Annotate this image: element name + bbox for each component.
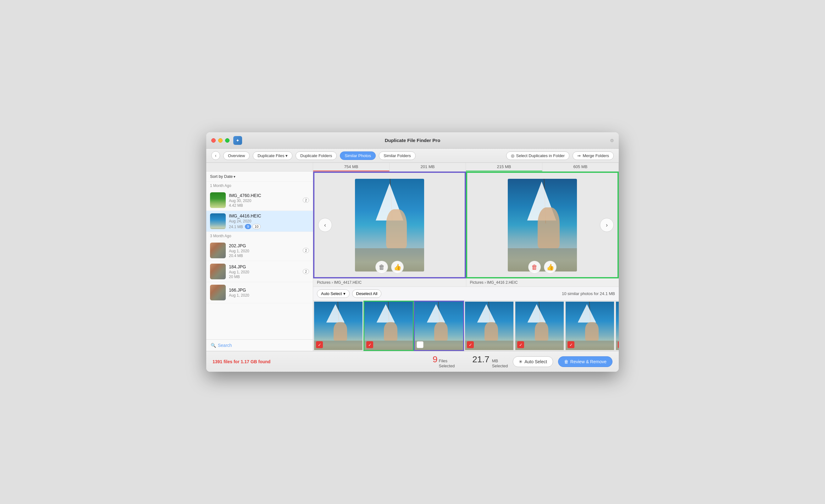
- file-number: 1391: [213, 359, 222, 364]
- thumbnail-item[interactable]: ✓: [615, 301, 619, 351]
- selected-count: 9: [433, 354, 438, 364]
- auto-select-button[interactable]: Auto Select ▾: [317, 289, 350, 298]
- list-item[interactable]: IMG_4760.HEIC Aug 30, 2020 4.42 MB 2: [206, 190, 313, 211]
- section-3-month: 3 Month Ago: [206, 232, 313, 240]
- size-col-1: 754 MB: [313, 163, 389, 171]
- prev-arrow[interactable]: ‹: [318, 218, 332, 232]
- thumb-checkbox[interactable]: ✓: [618, 341, 619, 348]
- left-photo-panel[interactable]: 🗑 👍: [313, 172, 466, 278]
- list-item[interactable]: 166.JPG Aug 1, 2020: [206, 282, 313, 303]
- thumbnail-item[interactable]: ✓: [313, 301, 364, 351]
- found-label: found: [258, 359, 271, 364]
- file-name: 184.JPG: [229, 264, 303, 269]
- thumbnail-item[interactable]: ✓: [364, 301, 414, 351]
- photo-compare-area: ‹: [313, 172, 619, 278]
- merge-icon: ⇒: [577, 153, 581, 158]
- size-col-4: 605 MB: [542, 163, 619, 171]
- files-selected-label: Files Selected: [439, 358, 455, 368]
- mb-count: 21.7: [472, 354, 490, 364]
- trash-icon: 🗑: [564, 359, 569, 364]
- thumb-checkbox[interactable]: ✓: [316, 341, 323, 348]
- total-size: 1.17 GB: [241, 359, 257, 364]
- file-info: 184.JPG Aug 1, 2020 20 MB: [229, 264, 303, 279]
- badge-selected: 9: [245, 224, 251, 229]
- file-date: Aug 24, 2020: [229, 219, 309, 224]
- thumbnail-item[interactable]: ✓: [514, 301, 565, 351]
- files-label: files for: [224, 359, 240, 364]
- file-name: 202.JPG: [229, 243, 303, 248]
- file-info: IMG_4760.HEIC Aug 30, 2020 4.42 MB: [229, 193, 303, 208]
- file-size: 20.4 MB: [229, 254, 303, 258]
- review-remove-label: Review & Remove: [570, 359, 606, 364]
- review-remove-button[interactable]: 🗑 Review & Remove: [558, 356, 612, 367]
- badge-total: 10: [252, 224, 260, 229]
- right-thumbsup-button[interactable]: 👍: [544, 261, 556, 273]
- similar-photos-button[interactable]: Similar Photos: [340, 152, 376, 160]
- file-badge-group: 9 10: [245, 224, 260, 229]
- list-item[interactable]: 202.JPG Aug 1, 2020 20.4 MB 2: [206, 240, 313, 261]
- select-duplicates-button[interactable]: ◎ Select Duplicates in Folder: [506, 152, 570, 160]
- auto-select-label: Auto Select: [321, 291, 342, 296]
- app-title: Duplicate File Finder Pro: [385, 138, 441, 143]
- app-icon: ✦: [233, 136, 242, 145]
- file-info: 166.JPG Aug 1, 2020: [229, 287, 309, 298]
- content-area: ‹: [313, 172, 619, 351]
- maximize-button[interactable]: [225, 138, 229, 143]
- minimize-button[interactable]: [218, 138, 223, 143]
- right-photo-panel[interactable]: 🗑 👍: [466, 172, 619, 278]
- thumb-checkbox[interactable]: ✓: [467, 341, 474, 348]
- similar-count: 10 similar photos for 24.1 MB: [562, 291, 615, 296]
- file-list: 1 Month Ago IMG_4760.HEIC Aug 30, 2020 4…: [206, 182, 313, 339]
- sort-by-date[interactable]: Sort by Date: [206, 172, 313, 182]
- traffic-lights: [211, 138, 229, 143]
- file-info: IMG_4416.HEIC Aug 24, 2020 24.1 MB 9 10: [229, 214, 309, 229]
- deselect-all-button[interactable]: Deselect All: [352, 289, 382, 298]
- thumb-checkbox[interactable]: ✓: [568, 341, 575, 348]
- dropdown-arrow-icon: ▾: [343, 291, 346, 296]
- thumb-checkbox[interactable]: ✓: [517, 341, 524, 348]
- file-thumbnail: [210, 285, 226, 301]
- size-indicators: 754 MB 201 MB 215 MB 605 MB: [206, 163, 619, 172]
- search-label: Search: [218, 343, 232, 348]
- file-thumbnail: [210, 192, 226, 208]
- close-button[interactable]: [211, 138, 216, 143]
- size-right-area: 754 MB 201 MB 215 MB 605 MB: [313, 163, 619, 171]
- thumbnail-item[interactable]: ✓: [464, 301, 514, 351]
- right-photo-actions: 🗑 👍: [528, 261, 556, 273]
- app-window: ✦ Duplicate File Finder Pro ⌾ ‹ Overview…: [206, 132, 619, 371]
- duplicate-folders-button[interactable]: Duplicate Folders: [296, 152, 337, 160]
- sidebar: Sort by Date 1 Month Ago IMG_4760.HEIC A…: [206, 172, 313, 351]
- left-photo-actions: 🗑 👍: [375, 261, 404, 273]
- back-icon: ‹: [215, 153, 217, 158]
- size-left-spacer: [206, 163, 313, 171]
- file-badge: 2: [303, 198, 309, 203]
- overview-button[interactable]: Overview: [223, 152, 250, 160]
- bottom-bar: 1391 files for 1.17 GB found 9 Files Sel…: [206, 351, 619, 371]
- auto-select-bottom-button[interactable]: ✳ Auto Select: [513, 356, 553, 367]
- files-found-count: 1391 files for 1.17 GB found: [213, 359, 271, 364]
- thumb-checkbox[interactable]: ✓: [366, 341, 373, 348]
- left-trash-button[interactable]: 🗑: [375, 261, 388, 273]
- path-row: Pictures › IMG_4417.HEIC Pictures › IMG_…: [313, 278, 619, 287]
- file-date: Aug 1, 2020: [229, 249, 303, 253]
- list-item[interactable]: 184.JPG Aug 1, 2020 20 MB 2: [206, 261, 313, 282]
- search-bar[interactable]: 🔍 Search: [206, 339, 313, 351]
- thumb-checkbox[interactable]: [417, 341, 424, 348]
- similar-folders-button[interactable]: Similar Folders: [379, 152, 416, 160]
- duplicate-files-button[interactable]: Duplicate Files: [253, 152, 292, 160]
- left-thumbsup-button[interactable]: 👍: [391, 261, 404, 273]
- right-path: Pictures › IMG_4416 2.HEIC: [466, 278, 619, 286]
- file-thumbnail: [210, 214, 226, 229]
- file-size: 24.1 MB: [229, 225, 243, 229]
- thumbnail-item[interactable]: [414, 301, 464, 351]
- list-item[interactable]: IMG_4416.HEIC Aug 24, 2020 24.1 MB 9 10: [206, 211, 313, 232]
- right-trash-button[interactable]: 🗑: [528, 261, 541, 273]
- next-arrow[interactable]: ›: [600, 218, 614, 232]
- back-button[interactable]: ‹: [211, 151, 220, 160]
- target-icon: ◎: [511, 153, 514, 158]
- file-name: IMG_4416.HEIC: [229, 214, 309, 219]
- thumbnail-item[interactable]: ✓: [565, 301, 615, 351]
- merge-folders-button[interactable]: ⇒ Merge Folders: [573, 152, 614, 160]
- file-badge: 2: [303, 269, 309, 274]
- titlebar: ✦ Duplicate File Finder Pro ⌾: [206, 132, 619, 149]
